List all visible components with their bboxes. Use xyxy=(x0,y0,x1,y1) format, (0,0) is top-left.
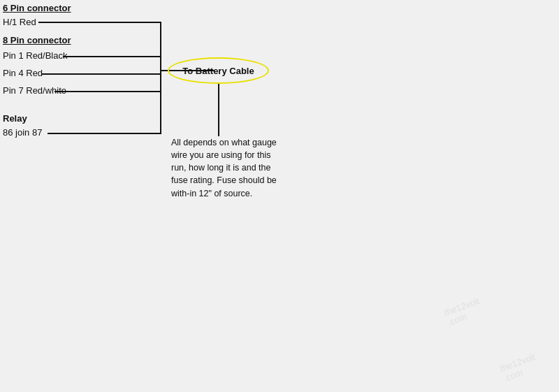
wiring-diagram: 6 Pin connector H/1 Red 8 Pin connector … xyxy=(0,0,559,392)
annotation-connector-line xyxy=(218,84,219,136)
pin4-wire xyxy=(42,73,161,75)
pin1-wire xyxy=(63,56,161,57)
watermark-2: the12volt.com xyxy=(499,351,541,384)
relay-join-label: 86 join 87 xyxy=(3,127,42,138)
pin7-wire xyxy=(55,91,161,92)
watermark-1: the12volt.com xyxy=(443,296,485,328)
h1-red-label: H/1 Red xyxy=(3,17,36,27)
battery-cable-label: To Battery Cable xyxy=(168,57,269,84)
relay-label: Relay xyxy=(3,113,27,124)
six-pin-connector-label: 6 Pin connector xyxy=(3,3,71,13)
vertical-bus xyxy=(160,22,161,134)
h1-red-wire xyxy=(38,22,161,23)
eight-pin-connector-label: 8 Pin connector xyxy=(3,35,71,45)
relay-join-wire xyxy=(48,133,161,134)
annotation-text: All depends on what gauge wire you are u… xyxy=(171,136,283,200)
pin4-label: Pin 4 Red xyxy=(3,68,43,78)
pin1-label: Pin 1 Red/Black xyxy=(3,50,68,61)
